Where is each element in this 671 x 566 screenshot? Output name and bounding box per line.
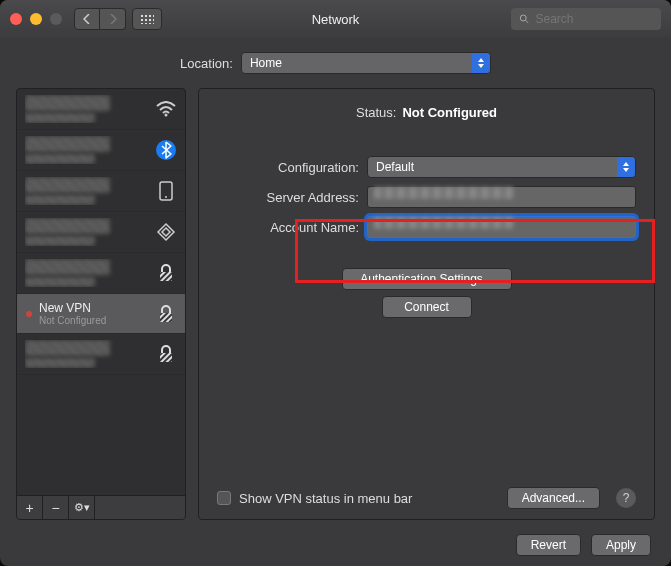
svg-rect-11 (160, 313, 172, 322)
wifi-icon (155, 98, 177, 120)
revert-button[interactable]: Revert (516, 534, 581, 556)
location-value: Home (250, 56, 282, 70)
server-address-row: Server Address: (217, 186, 636, 208)
network-sidebar: New VPN Not Configured (16, 88, 186, 520)
svg-point-2 (165, 114, 168, 117)
svg-rect-13 (160, 353, 172, 362)
network-list: New VPN Not Configured (17, 89, 185, 495)
account-name-label: Account Name: (217, 220, 359, 235)
search-input[interactable] (536, 12, 653, 26)
list-item[interactable] (17, 253, 185, 294)
main-panel: Status: Not Configured Configuration: De… (198, 88, 655, 520)
center-buttons: Authentication Settings... Connect (217, 268, 636, 324)
vpn-sub: Not Configured (39, 315, 149, 326)
list-item[interactable] (17, 334, 185, 375)
show-vpn-label: Show VPN status in menu bar (239, 491, 412, 506)
back-button[interactable] (74, 8, 100, 30)
list-item[interactable] (17, 89, 185, 130)
thunderbolt-bridge-icon (155, 221, 177, 243)
redacted-content (374, 187, 514, 199)
account-name-row: Account Name: (217, 216, 636, 238)
add-network-button[interactable]: + (17, 496, 43, 519)
grid-icon (140, 14, 154, 24)
apply-button[interactable]: Apply (591, 534, 651, 556)
chevron-updown-icon (472, 53, 490, 73)
phone-icon (155, 180, 177, 202)
list-item[interactable] (17, 171, 185, 212)
connect-button[interactable]: Connect (382, 296, 472, 318)
sidebar-item-new-vpn[interactable]: New VPN Not Configured (17, 294, 185, 334)
lock-icon (155, 303, 177, 325)
configuration-row: Configuration: Default (217, 156, 636, 178)
server-address-label: Server Address: (217, 190, 359, 205)
vpn-name: New VPN (39, 301, 149, 315)
bluetooth-icon (155, 139, 177, 161)
chevron-updown-icon (617, 157, 635, 177)
show-all-button[interactable] (132, 8, 162, 30)
network-prefs-window: Network Location: Home (0, 0, 671, 566)
svg-rect-7 (160, 272, 172, 281)
remove-network-button[interactable]: − (43, 496, 69, 519)
svg-point-9 (26, 311, 32, 317)
redacted-content (374, 217, 514, 229)
search-icon (519, 13, 530, 25)
location-select[interactable]: Home (241, 52, 491, 74)
status-value: Not Configured (402, 105, 497, 120)
list-item[interactable] (17, 130, 185, 171)
account-name-input[interactable] (367, 216, 636, 238)
svg-point-5 (165, 196, 167, 198)
titlebar: Network (0, 0, 671, 38)
actions-menu-button[interactable]: ⚙︎▾ (69, 496, 95, 519)
list-item[interactable] (17, 212, 185, 253)
lock-icon (155, 343, 177, 365)
configuration-value: Default (376, 160, 414, 174)
configuration-select[interactable]: Default (367, 156, 636, 178)
forward-button[interactable] (100, 8, 126, 30)
configuration-label: Configuration: (217, 160, 359, 175)
minimize-icon[interactable] (30, 13, 42, 25)
server-address-input[interactable] (367, 186, 636, 208)
status-row: Status: Not Configured (217, 105, 636, 120)
help-button[interactable]: ? (616, 488, 636, 508)
svg-line-1 (526, 20, 529, 23)
traffic-lights (10, 13, 62, 25)
status-label: Status: (356, 105, 396, 120)
maximize-icon[interactable] (50, 13, 62, 25)
location-label: Location: (180, 56, 233, 71)
search-field[interactable] (511, 8, 661, 30)
svg-point-0 (520, 15, 526, 21)
status-dot-icon (25, 310, 33, 318)
main-footer: Show VPN status in menu bar Advanced... … (217, 487, 636, 509)
close-icon[interactable] (10, 13, 22, 25)
lock-icon (155, 262, 177, 284)
show-vpn-checkbox[interactable] (217, 491, 231, 505)
sidebar-footer: + − ⚙︎▾ (17, 495, 185, 519)
auth-settings-button[interactable]: Authentication Settings... (342, 268, 512, 290)
nav-buttons (74, 8, 126, 30)
advanced-button[interactable]: Advanced... (507, 487, 600, 509)
bottom-buttons: Revert Apply (16, 520, 655, 556)
location-row: Location: Home (16, 52, 655, 74)
